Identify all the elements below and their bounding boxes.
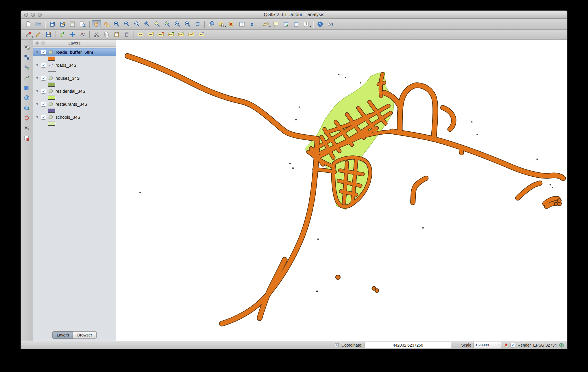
layer-item-roads_buffer_50m[interactable]: ▼✓roads_buffer_50m [33, 48, 116, 56]
node-tool-button[interactable] [78, 30, 87, 39]
layer-symbol-swatch[interactable] [48, 109, 55, 113]
layer-item-restaurants_34S[interactable]: ▼✓restaurants_34S [33, 100, 116, 108]
cut-features-button[interactable] [92, 30, 101, 39]
layer-symbol-line[interactable] [48, 71, 56, 72]
current-edits-button[interactable]: ▾ [23, 30, 33, 39]
open-project-button[interactable] [34, 20, 43, 28]
zoom-to-layer-button[interactable] [162, 20, 172, 28]
zoom-to-selection-button[interactable] [152, 20, 162, 28]
dxf-export-button[interactable] [23, 124, 31, 132]
layer-symbol-swatch[interactable] [48, 83, 55, 87]
interpolation-button[interactable] [23, 83, 31, 92]
highlight-pinned-labels-button[interactable]: abc [156, 30, 166, 39]
add-feature-button[interactable] [58, 30, 67, 39]
copy-features-button[interactable] [102, 30, 111, 39]
measure-button[interactable]: ▾ [261, 20, 271, 28]
help-contents-button[interactable]: ? [315, 20, 325, 28]
open-attribute-table-button[interactable] [237, 20, 247, 28]
zoom-native-button[interactable]: 1:1 [132, 20, 142, 28]
toggle-editing-button[interactable] [34, 30, 43, 39]
dropdown-arrow-icon: ▾ [225, 25, 226, 28]
expand-arrow-icon[interactable]: ▼ [35, 51, 39, 54]
text-annotation-button[interactable]: T▾ [302, 20, 311, 28]
save-project-as-button[interactable] [58, 20, 67, 28]
move-label-button[interactable]: abc [166, 30, 176, 39]
title-bar[interactable]: QGIS 2.0.1-Dufour – analysis [21, 11, 567, 19]
layer-item-residential_34S[interactable]: ▼✓residential_34S [33, 87, 116, 95]
layer-visibility-checkbox[interactable]: ✓ [41, 76, 46, 81]
map-tips-button[interactable] [271, 20, 281, 28]
change-label-button[interactable]: abc [186, 30, 196, 39]
layer-list: ▼✓roads_buffer_50m▼✓roads_34S▼✓houses_34… [33, 47, 116, 331]
expand-arrow-icon[interactable]: ▼ [35, 90, 39, 93]
zoom-out-button[interactable] [122, 20, 132, 28]
layer-symbol-swatch[interactable] [48, 96, 55, 100]
layer-visibility-checkbox[interactable]: ✓ [41, 50, 46, 55]
spline-digitizing-button[interactable] [23, 73, 31, 81]
pan-map-button[interactable] [92, 20, 101, 28]
main-toolbar: 1:1i▾ε▾T▾?? [21, 19, 567, 30]
layer-visibility-checkbox[interactable]: ✓ [41, 102, 46, 107]
move-feature-button[interactable] [68, 30, 77, 39]
refresh-map-button[interactable] [193, 20, 202, 28]
main-area: × □ Layers ▼✓roads_buffer_50m▼✓roads_34S… [21, 40, 567, 341]
add-wms-layer-button[interactable] [23, 94, 31, 102]
raster-calculator-button[interactable] [23, 53, 31, 61]
pan-to-selection-button[interactable] [102, 20, 111, 28]
zoom-in-button[interactable] [112, 20, 121, 28]
new-print-composer-button[interactable] [68, 20, 77, 28]
save-project-button[interactable] [47, 20, 57, 28]
coordinate-input[interactable] [365, 342, 451, 348]
field-calculator-button[interactable]: ε [247, 20, 257, 28]
expand-arrow-icon[interactable]: ▼ [35, 103, 39, 106]
new-bookmark-button[interactable] [281, 20, 291, 28]
expand-arrow-icon[interactable]: ▼ [35, 116, 39, 119]
layer-visibility-checkbox[interactable]: ✓ [41, 89, 46, 94]
expand-arrow-icon[interactable]: ▼ [35, 64, 39, 67]
minimize-window-button[interactable] [31, 13, 35, 17]
identify-features-button[interactable]: i [207, 20, 216, 28]
show-bookmarks-button[interactable] [291, 20, 301, 28]
zoom-full-button[interactable] [142, 20, 152, 28]
offline-editing-button[interactable] [23, 134, 31, 142]
map-canvas[interactable] [116, 40, 567, 341]
select-features-button[interactable]: ▾ [217, 20, 226, 28]
new-project-button[interactable] [23, 20, 33, 28]
delete-selected-button[interactable] [122, 30, 132, 39]
coordinate-capture-button[interactable] [23, 114, 31, 122]
composer-manager-button[interactable] [78, 20, 87, 28]
layer-visibility-checkbox[interactable]: ✓ [41, 115, 46, 120]
save-layer-edits-button[interactable] [44, 30, 53, 39]
layer-swatch-row [33, 121, 116, 126]
zoom-window-button[interactable] [38, 13, 42, 17]
zoom-last-button[interactable] [173, 20, 182, 28]
labeling-options-button[interactable]: abc [136, 30, 145, 39]
layer-item-schools_34S[interactable]: ▼✓schools_34S [33, 113, 116, 121]
expand-arrow-icon[interactable]: ▼ [35, 77, 39, 80]
new-shapefile-layer-button[interactable] [23, 43, 31, 51]
close-window-button[interactable] [24, 13, 28, 17]
rotate-label-button[interactable]: abc [176, 30, 186, 39]
tab-browser[interactable]: Browser [73, 331, 96, 339]
deselect-features-button[interactable] [227, 20, 236, 28]
render-checkbox[interactable]: ✓ [511, 343, 515, 347]
tab-layers[interactable]: Layers [52, 331, 73, 339]
stop-render-icon[interactable] [504, 343, 508, 347]
coordinate-toggle-icon[interactable] [334, 343, 339, 347]
layer-symbol-swatch[interactable] [48, 122, 55, 126]
pin-unpin-labels-button[interactable]: abc [146, 30, 156, 39]
scale-combo[interactable]: 1:29988 ▾ [474, 342, 501, 348]
toolbar-separator [89, 31, 90, 38]
layer-item-roads_34S[interactable]: ▼✓roads_34S [33, 61, 116, 69]
layer-symbol-swatch[interactable] [48, 57, 55, 61]
layer-type-icon [48, 63, 53, 67]
label-properties-button[interactable]: abc [197, 30, 206, 39]
layer-item-houses_34S[interactable]: ▼✓houses_34S [33, 74, 116, 82]
layer-visibility-checkbox[interactable]: ✓ [41, 63, 46, 68]
paste-features-button[interactable] [112, 30, 121, 39]
zoom-next-button[interactable] [183, 20, 192, 28]
crs-status-icon[interactable] [559, 343, 564, 348]
whats-this-button[interactable]: ? [326, 20, 335, 28]
add-wcs-layer-button[interactable] [23, 104, 31, 112]
gps-tools-button[interactable] [23, 63, 31, 71]
